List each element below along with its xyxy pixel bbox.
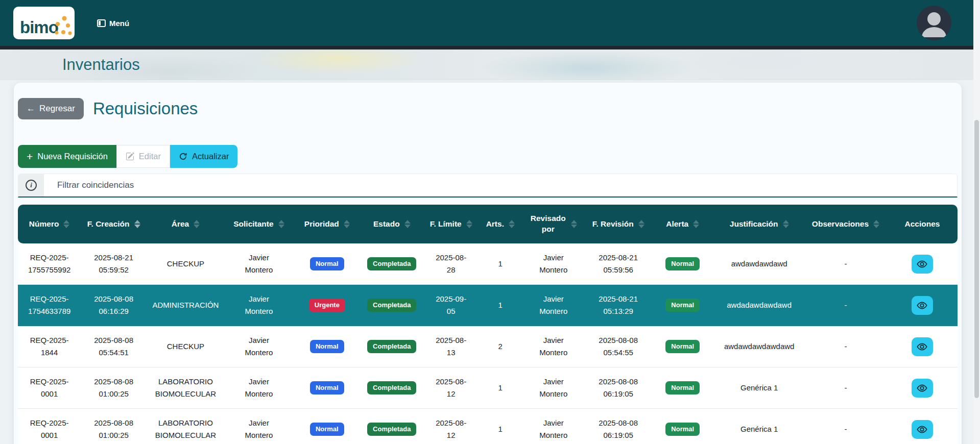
cell-text: 2025-08-08 06:16:29: [90, 293, 137, 317]
edit-button[interactable]: Editar: [116, 145, 170, 168]
cell-revisado-por: Javier Montero: [521, 409, 585, 444]
new-requisition-label: Nueva Requisición: [37, 152, 108, 161]
scrollbar-thumb[interactable]: [974, 120, 979, 398]
cell-f-revision: 2025-08-21 05:13:29: [585, 285, 651, 326]
sort-icon[interactable]: [509, 220, 515, 228]
cell-acciones: [887, 285, 958, 326]
view-action-button[interactable]: [912, 337, 933, 356]
sort-icon[interactable]: [638, 220, 644, 228]
eye-icon: [917, 300, 927, 311]
sort-icon[interactable]: [404, 220, 411, 228]
requisitions-table: NúmeroF. CreaciónÁreaSolicitantePriorida…: [18, 205, 958, 444]
cell-text: REQ-2025-1844: [26, 334, 74, 359]
cell-numero: REQ-2025-0001: [18, 367, 81, 409]
cell-arts: 1: [479, 367, 521, 409]
column-header-f-limite[interactable]: F. Límite: [423, 205, 479, 243]
bimo-logo[interactable]: bimo: [13, 7, 75, 39]
column-header-estado[interactable]: Estado: [361, 205, 423, 243]
sort-icon[interactable]: [693, 220, 699, 228]
cell-text: REQ-2025-1754633789: [26, 293, 74, 317]
column-label: Alerta: [666, 219, 688, 230]
cell-revisado-por: Javier Montero: [521, 326, 585, 367]
cell-prioridad: Normal: [293, 367, 361, 409]
cell-text: 2025-08-08 01:00:25: [90, 376, 137, 400]
cell-text: 2025-08-08 06:19:05: [595, 417, 642, 441]
scrollbar-track[interactable]: [973, 0, 980, 444]
sort-icon[interactable]: [571, 220, 577, 228]
column-header-arts[interactable]: Arts.: [479, 205, 521, 243]
table-row[interactable]: REQ-2025-18442025-08-08 05:54:51CHECKUPJ…: [18, 326, 958, 367]
cell-arts: 2: [479, 326, 521, 367]
status-badge: Normal: [310, 340, 344, 354]
cell-prioridad: Normal: [293, 326, 361, 367]
status-badge: Normal: [310, 381, 344, 395]
sort-icon[interactable]: [278, 220, 284, 228]
refresh-button[interactable]: Actualizar: [170, 145, 237, 168]
cell-estado: Completada: [361, 367, 423, 409]
menu-button[interactable]: Menú: [97, 0, 129, 46]
cell-text: 2025-08-08 05:54:55: [595, 334, 642, 359]
column-header-revisado-por[interactable]: Revisado por: [521, 205, 585, 243]
new-requisition-button[interactable]: + Nueva Requisición: [18, 145, 116, 168]
cell-revisado-por: Javier Montero: [521, 285, 585, 326]
column-header-f-revision[interactable]: F. Revisión: [585, 205, 651, 243]
cell-observaciones: -: [804, 409, 887, 444]
sort-icon[interactable]: [873, 220, 879, 228]
cell-numero: REQ-2025-0001: [18, 409, 81, 444]
column-header-observaciones[interactable]: Observaciones: [804, 205, 887, 243]
back-button[interactable]: ← Regresar: [18, 98, 84, 119]
cell-arts: 1: [479, 243, 521, 285]
column-header-f-creacion[interactable]: F. Creación: [81, 205, 147, 243]
cell-f-creacion: 2025-08-08 06:16:29: [81, 285, 147, 326]
cell-text: 2025-08-12: [432, 376, 470, 400]
column-label: Solicitante: [233, 219, 273, 230]
sort-icon[interactable]: [194, 220, 200, 228]
cell-text: awdawdawdawdawd: [724, 340, 795, 353]
column-header-justificacion[interactable]: Justificación: [714, 205, 804, 243]
table-row[interactable]: REQ-2025-00012025-08-08 01:00:25LABORATO…: [18, 409, 958, 444]
table-row[interactable]: REQ-2025-17557559922025-08-21 05:59:52CH…: [18, 243, 958, 285]
cell-alerta: Normal: [651, 367, 714, 409]
cell-text: Javier Montero: [238, 376, 279, 400]
view-action-button[interactable]: [912, 296, 933, 315]
cell-acciones: [887, 243, 958, 285]
column-header-numero[interactable]: Número: [18, 205, 81, 243]
cell-text: LABORATORIO BIOMOLECULAR: [147, 417, 225, 441]
cell-text: -: [844, 382, 847, 394]
column-label: Prioridad: [304, 219, 339, 230]
column-label: Área: [172, 219, 189, 230]
cell-text: Javier Montero: [533, 293, 574, 317]
cell-f-limite: 2025-08-28: [423, 243, 479, 285]
cell-text: 1: [498, 258, 503, 270]
module-title: Inventarios: [62, 56, 140, 74]
column-label: Observaciones: [812, 219, 869, 230]
cell-acciones: [887, 409, 958, 444]
column-header-area[interactable]: Área: [147, 205, 225, 243]
sort-icon[interactable]: [344, 220, 350, 228]
cell-estado: Completada: [361, 326, 423, 367]
cell-text: 2025-08-13: [432, 334, 470, 359]
cell-justificacion: Genérica 1: [714, 409, 804, 444]
sort-icon[interactable]: [466, 220, 472, 228]
table-row[interactable]: REQ-2025-00012025-08-08 01:00:25LABORATO…: [18, 367, 958, 409]
sort-icon[interactable]: [783, 220, 789, 228]
view-action-button[interactable]: [912, 379, 933, 398]
user-avatar[interactable]: [917, 6, 951, 40]
cell-f-revision: 2025-08-21 05:59:56: [585, 243, 651, 285]
eye-icon: [917, 341, 927, 352]
cell-alerta: Normal: [651, 285, 714, 326]
cell-f-revision: 2025-08-08 06:19:05: [585, 409, 651, 444]
sort-icon[interactable]: [134, 220, 140, 228]
column-header-solicitante[interactable]: Solicitante: [225, 205, 293, 243]
cell-prioridad: Urgente: [293, 285, 361, 326]
column-header-alerta[interactable]: Alerta: [651, 205, 714, 243]
filter-input[interactable]: [44, 174, 957, 196]
view-action-button[interactable]: [912, 420, 933, 439]
column-label: Número: [29, 219, 59, 230]
table-row[interactable]: REQ-2025-17546337892025-08-08 06:16:29AD…: [18, 285, 958, 326]
view-action-button[interactable]: [912, 255, 933, 274]
column-header-prioridad[interactable]: Prioridad: [293, 205, 361, 243]
cell-solicitante: Javier Montero: [225, 409, 293, 444]
sort-icon[interactable]: [63, 220, 69, 228]
person-icon: [917, 6, 951, 40]
